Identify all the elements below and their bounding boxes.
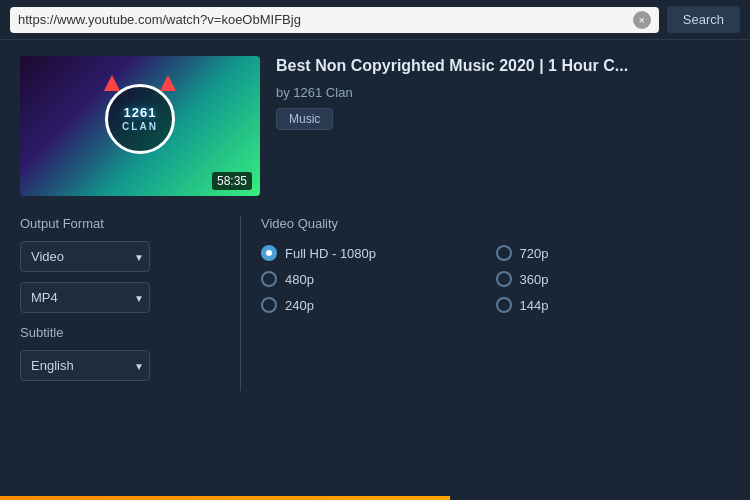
quality-radio-240p[interactable] — [261, 297, 277, 313]
logo-ear-left — [104, 75, 120, 91]
subtitle-select[interactable]: English None Spanish French — [20, 350, 150, 381]
subtitle-select-wrapper: English None Spanish French ▼ — [20, 350, 240, 381]
quality-radio-480p[interactable] — [261, 271, 277, 287]
url-input[interactable] — [18, 12, 627, 27]
quality-option-144p[interactable]: 144p — [496, 297, 731, 313]
url-input-wrap: × — [10, 7, 659, 33]
container-select[interactable]: MP4 MKV AVI — [20, 282, 150, 313]
video-tag: Music — [276, 108, 333, 130]
progress-bar — [0, 496, 450, 500]
thumbnail-logo: 1261 CLAN — [105, 84, 175, 154]
container-select-wrapper: MP4 MKV AVI ▼ — [20, 282, 240, 313]
quality-label-480p: 480p — [285, 272, 314, 287]
quality-grid: Full HD - 1080p 720p 480p 360p 240p — [261, 245, 730, 313]
right-panel: Video Quality Full HD - 1080p 720p 480p … — [240, 216, 730, 391]
output-format-label: Output Format — [20, 216, 240, 231]
quality-radio-144p[interactable] — [496, 297, 512, 313]
video-author: by 1261 Clan — [276, 85, 730, 100]
video-thumbnail: 1261 CLAN 58:35 — [20, 56, 260, 196]
url-bar: × Search — [0, 0, 750, 40]
subtitle-section: Subtitle English None Spanish French ▼ — [20, 325, 240, 381]
logo-text-1261: 1261 — [124, 105, 157, 121]
options-row: Output Format Video Audio ▼ MP4 MKV AVI … — [20, 216, 730, 391]
clear-icon: × — [639, 14, 645, 26]
quality-label-360p: 360p — [520, 272, 549, 287]
quality-option-720p[interactable]: 720p — [496, 245, 731, 261]
main-content: 1261 CLAN 58:35 Best Non Copyrighted Mus… — [0, 40, 750, 407]
logo-text-clan: CLAN — [122, 121, 158, 133]
format-select-wrapper: Video Audio ▼ — [20, 241, 240, 272]
quality-label-720p: 720p — [520, 246, 549, 261]
format-select[interactable]: Video Audio — [20, 241, 150, 272]
video-duration: 58:35 — [212, 172, 252, 190]
quality-radio-720p[interactable] — [496, 245, 512, 261]
quality-option-480p[interactable]: 480p — [261, 271, 496, 287]
video-info-row: 1261 CLAN 58:35 Best Non Copyrighted Mus… — [20, 56, 730, 196]
quality-option-240p[interactable]: 240p — [261, 297, 496, 313]
search-button[interactable]: Search — [667, 6, 740, 33]
left-panel: Output Format Video Audio ▼ MP4 MKV AVI … — [20, 216, 240, 391]
quality-radio-360p[interactable] — [496, 271, 512, 287]
quality-label-1080p: Full HD - 1080p — [285, 246, 376, 261]
video-quality-label: Video Quality — [261, 216, 730, 231]
video-details: Best Non Copyrighted Music 2020 | 1 Hour… — [276, 56, 730, 196]
logo-circle: 1261 CLAN — [105, 84, 175, 154]
video-title: Best Non Copyrighted Music 2020 | 1 Hour… — [276, 56, 730, 77]
url-clear-button[interactable]: × — [633, 11, 651, 29]
quality-option-360p[interactable]: 360p — [496, 271, 731, 287]
subtitle-label: Subtitle — [20, 325, 240, 340]
quality-label-144p: 144p — [520, 298, 549, 313]
quality-radio-1080p[interactable] — [261, 245, 277, 261]
quality-label-240p: 240p — [285, 298, 314, 313]
logo-ear-right — [160, 75, 176, 91]
quality-option-1080p[interactable]: Full HD - 1080p — [261, 245, 496, 261]
